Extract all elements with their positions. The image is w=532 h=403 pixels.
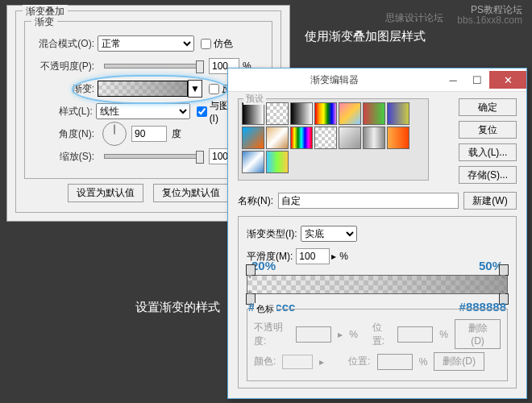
reset-default-button[interactable]: 复位为默认值 — [153, 184, 229, 202]
cs-pct2: % — [439, 329, 448, 340]
name-input[interactable] — [278, 193, 459, 209]
type-label: 渐变类型(I): — [247, 227, 297, 241]
smooth-input[interactable] — [296, 248, 330, 264]
blend-mode-label: 混合模式(O): — [31, 37, 94, 51]
type-select[interactable]: 实底 — [301, 226, 357, 242]
smooth-unit: % — [339, 251, 348, 262]
presets-box: 预设 — [238, 98, 429, 181]
new-button[interactable]: 新建(W) — [463, 192, 517, 210]
gradient-section: 渐变类型(I): 实底 平滑度(M): ▸ % 20% 50% #cccccc — [238, 216, 517, 388]
titlebar[interactable]: 渐变编辑器 ─ ☐ ✕ — [228, 69, 526, 92]
close-button[interactable]: ✕ — [489, 71, 526, 89]
align-checkbox[interactable] — [197, 106, 207, 117]
preset-swatch[interactable] — [242, 151, 264, 173]
preset-swatch[interactable] — [314, 127, 337, 149]
gradient-bar[interactable] — [247, 275, 508, 294]
watermark: 思缘设计论坛 — [385, 11, 443, 25]
preset-swatch[interactable] — [242, 127, 264, 149]
cs-pos2-input — [377, 354, 413, 370]
preset-swatch[interactable] — [387, 127, 409, 149]
angle-widget[interactable] — [102, 122, 127, 146]
style-select[interactable]: 线性 — [96, 103, 190, 119]
window-title: 渐变编辑器 — [228, 73, 441, 87]
gradient-editor-window: 渐变编辑器 ─ ☐ ✕ 预设 确定 复位 载入(L)... 存储(S)... 名… — [227, 68, 527, 399]
cs-delete-button: 删除(D) — [455, 319, 501, 349]
inner-title: 渐变 — [31, 15, 57, 29]
angle-input[interactable] — [131, 126, 167, 142]
opacity-stop-right[interactable] — [499, 264, 509, 276]
preset-swatch[interactable] — [314, 102, 337, 125]
style-label: 样式(L): — [31, 105, 93, 118]
opacity-label: 不透明度(P): — [31, 60, 94, 73]
preset-swatch[interactable] — [387, 102, 409, 125]
blend-mode-select[interactable]: 正常 — [98, 35, 194, 52]
preset-swatch[interactable] — [363, 102, 385, 125]
opacity-slider[interactable] — [104, 64, 202, 69]
preset-swatch[interactable] — [339, 102, 361, 125]
set-default-button[interactable]: 设置为默认值 — [68, 184, 143, 202]
cs-opacity-input — [296, 326, 331, 343]
cs-color-label: 颜色: — [254, 355, 276, 368]
load-button[interactable]: 载入(L)... — [459, 143, 517, 161]
preset-swatch[interactable] — [266, 127, 289, 149]
dither-checkbox[interactable] — [201, 39, 211, 49]
cs-opacity-label: 不透明度: — [254, 321, 289, 348]
preset-swatch[interactable] — [339, 127, 361, 149]
preset-swatch[interactable] — [363, 127, 385, 149]
dither-label: 仿色 — [214, 37, 233, 51]
angle-label: 角度(N): — [31, 127, 94, 141]
scale-slider[interactable] — [104, 154, 202, 159]
opacity-stop-left[interactable] — [246, 264, 256, 276]
minimize-button[interactable]: ─ — [441, 71, 465, 89]
colorstops-label: 色标 — [254, 303, 276, 315]
cs-pos-input — [397, 326, 433, 343]
cs-pos2-label: 位置: — [348, 355, 370, 368]
scale-label: 缩放(S): — [31, 150, 94, 164]
annotation-set-style: 设置渐变的样式 — [135, 300, 220, 315]
cs-pct3: % — [419, 356, 428, 368]
cs-pos-label: 位置: — [372, 321, 392, 348]
angle-unit: 度 — [172, 127, 181, 141]
annotation-use-gradient: 使用渐变叠加图层样式 — [305, 29, 426, 44]
cancel-button[interactable]: 复位 — [459, 121, 517, 139]
presets-label: 预设 — [243, 93, 266, 105]
maximize-button[interactable]: ☐ — [465, 71, 489, 89]
watermark: bbs.16xx8.com — [457, 15, 522, 26]
preset-swatch[interactable] — [242, 102, 264, 125]
cs-color-swatch — [282, 355, 313, 369]
preset-swatch[interactable] — [290, 127, 313, 149]
ok-button[interactable]: 确定 — [459, 98, 517, 116]
save-button[interactable]: 存储(S)... — [459, 166, 517, 184]
cs-pct: % — [349, 329, 358, 340]
preset-swatch[interactable] — [266, 151, 289, 173]
gradient-preview[interactable] — [98, 81, 188, 97]
name-label: 名称(N): — [238, 194, 273, 208]
cs-delete2-button: 删除(D) — [434, 352, 484, 371]
preset-swatch[interactable] — [290, 102, 313, 125]
preset-swatch[interactable] — [266, 102, 289, 125]
